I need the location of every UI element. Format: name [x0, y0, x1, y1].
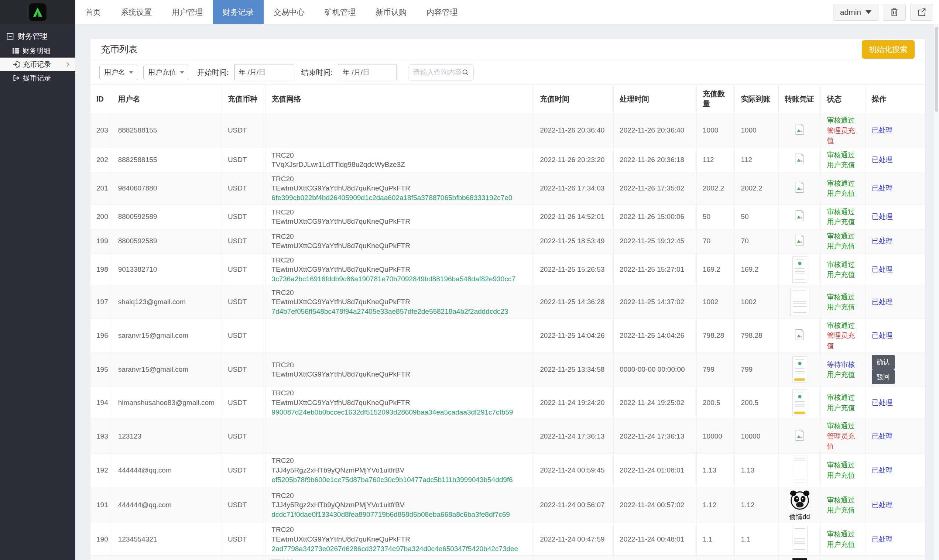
cell-received: 1.13 [735, 453, 778, 487]
tx-hash-link[interactable]: 990087d24eb0b0bccec1632df5152093d28609ba… [271, 408, 528, 417]
export-icon [917, 8, 926, 17]
voucher-thumbnail[interactable] [792, 526, 808, 553]
nav-item-1[interactable]: 系统设置 [111, 0, 162, 24]
cell-username: 444444@qq.com [112, 555, 222, 560]
processed-link[interactable]: 已处理 [872, 466, 893, 474]
sidebar-item-0[interactable]: 财务明细 [0, 44, 75, 58]
cell-username: 8882588155 [112, 113, 222, 148]
start-date-input[interactable]: 年 /月/日 [234, 65, 293, 80]
table-row-196: 196saranvr15@gmail.comUSDT2022-11-25 14:… [91, 318, 925, 353]
search-input[interactable]: 请输入查询内容 [408, 64, 474, 80]
scrollbar-thumb[interactable] [935, 27, 938, 112]
cell-id: 194 [91, 386, 112, 419]
tx-hash-link[interactable]: dcdc71f0dae0f133430d8fea8907719b6d858d5b… [271, 510, 528, 519]
cell-network: TRC20TEwtmUXttCG9YaYtfhU8d7quKneQuPkFTR9… [265, 386, 534, 419]
cell-coin: USDT [222, 555, 265, 560]
network-name: TRC20 [271, 288, 528, 297]
chevron-right-icon [65, 62, 69, 67]
tx-hash-link[interactable]: 7d4b7ef056ff548bc478f94a27405e33ae857dfe… [271, 307, 528, 316]
cell-process-time: 2022-11-24 00:48:01 [614, 523, 697, 555]
reject-button[interactable]: 驳回 [872, 369, 895, 384]
broken-image-icon[interactable] [794, 435, 805, 443]
processed-link[interactable]: 已处理 [872, 501, 893, 509]
broken-image-icon[interactable] [794, 240, 805, 247]
cell-received: 1002 [735, 286, 778, 318]
cell-amount: 112 [697, 148, 735, 172]
scrollbar-track[interactable] [934, 24, 939, 560]
arrow-in-icon [12, 61, 20, 68]
status-badge: 等待审核 [827, 360, 859, 370]
processed-link[interactable]: 已处理 [872, 399, 893, 406]
search-icon[interactable] [462, 68, 469, 76]
broken-image-icon[interactable] [794, 187, 805, 195]
cell-action: 确认驳回 [865, 353, 925, 386]
record-type-select[interactable]: 用户充值 [143, 65, 189, 80]
voucher-thumbnail[interactable] [793, 256, 807, 283]
processed-link[interactable]: 已处理 [872, 212, 893, 220]
voucher-thumbnail[interactable] [790, 288, 810, 316]
status-badge: 审核通过 [827, 460, 859, 470]
voucher-thumbnail[interactable] [793, 356, 807, 383]
tx-hash-link[interactable]: 3c736a2bc16916fddb9c86a190781e70b7092849… [271, 274, 528, 284]
processed-link[interactable]: 已处理 [872, 237, 893, 245]
nav-item-0[interactable]: 首页 [75, 0, 111, 24]
reset-search-button[interactable]: 初始化搜索 [862, 40, 914, 59]
table-row-200: 2008800592589USDTTRC20TEwtmUXttCG9YaYtfh… [91, 205, 925, 229]
cell-id: 190 [91, 523, 112, 555]
voucher-meme-thumbnail[interactable]: 偷情dd [789, 489, 811, 521]
chevron-down-icon [180, 71, 184, 74]
broken-image-icon[interactable] [794, 158, 805, 166]
status-badge: 审核通过 [827, 392, 859, 403]
admin-user-menu[interactable]: admin [833, 4, 879, 21]
processed-link[interactable]: 已处理 [872, 265, 893, 273]
cell-process-time: 2022-11-24 00:57:02 [614, 487, 697, 523]
tx-hash-link[interactable]: 2ad7798a34273e0267d6286cd327374e97ba324d… [271, 544, 528, 554]
deposit-table: ID用户名充值币种充值网络充值时间处理时间充值数量实际到账转账凭证状态操作 20… [91, 85, 925, 560]
tx-hash-link[interactable]: 6fe399cb022bf4bd26405909d1c2daa602a18f5a… [271, 193, 528, 203]
end-date-input[interactable]: 年 /月/日 [338, 65, 397, 80]
confirm-button[interactable]: 确认 [872, 355, 895, 369]
sidebar-item-2[interactable]: 提币记录 [0, 71, 75, 85]
app-logo [29, 3, 46, 21]
nav-item-7[interactable]: 内容管理 [417, 0, 468, 24]
cell-coin: USDT [222, 487, 265, 523]
nav-item-6[interactable]: 新币认购 [366, 0, 417, 24]
nav-item-5[interactable]: 矿机管理 [315, 0, 366, 24]
processed-link[interactable]: 已处理 [872, 298, 893, 306]
cell-coin: USDT [222, 148, 265, 172]
status-badge: 管理员充值 [827, 431, 859, 451]
cell-action: 已处理 [865, 419, 925, 454]
broken-image-icon[interactable] [794, 129, 805, 137]
processed-link[interactable]: 已处理 [872, 156, 893, 163]
broken-image-icon[interactable] [794, 215, 805, 223]
cell-status: 审核通过用户充值 [821, 453, 865, 487]
processed-link[interactable]: 已处理 [872, 331, 893, 339]
voucher-thumbnail[interactable] [792, 455, 808, 485]
voucher-thumbnail[interactable] [793, 558, 807, 560]
nav-item-3[interactable]: 财务记录 [213, 0, 264, 24]
cell-username: himanshusahoo83@gmail.com [112, 386, 222, 419]
voucher-thumbnail[interactable] [793, 389, 807, 416]
cell-network [265, 113, 534, 148]
column-header-4: 充值时间 [534, 85, 614, 113]
broken-image-icon[interactable] [794, 334, 805, 342]
sidebar-section-finance[interactable]: 财务管理 [0, 28, 75, 44]
cell-status: 审核通过管理员充值 [821, 419, 865, 454]
processed-link[interactable]: 已处理 [872, 184, 893, 192]
logout-button[interactable] [910, 4, 933, 21]
cell-network: TRC20TEwtmUXttCG9YaYtfhU8d7quKneQuPkFTR7… [265, 286, 534, 318]
status-badge: 用户充值 [827, 505, 859, 515]
cell-coin: USDT [222, 286, 265, 318]
cell-network: TRC20TEwtmUXttCG9YaYtfhU8d7quKneQuPkFTR [265, 205, 534, 229]
clear-cache-button[interactable] [883, 4, 906, 21]
processed-link[interactable]: 已处理 [872, 535, 893, 543]
processed-link[interactable]: 已处理 [872, 126, 893, 134]
tx-hash-link[interactable]: ef5205b78f9b600e1ce75d87ba760c30c9b10477… [271, 475, 528, 485]
nav-item-2[interactable]: 用户管理 [162, 0, 213, 24]
cell-action: 已处理 [865, 286, 925, 318]
sidebar-item-1[interactable]: 充币记录 [0, 58, 75, 71]
search-field-select[interactable]: 用户名 [99, 65, 138, 80]
cell-voucher [778, 253, 820, 286]
nav-item-4[interactable]: 交易中心 [264, 0, 315, 24]
processed-link[interactable]: 已处理 [872, 432, 893, 440]
